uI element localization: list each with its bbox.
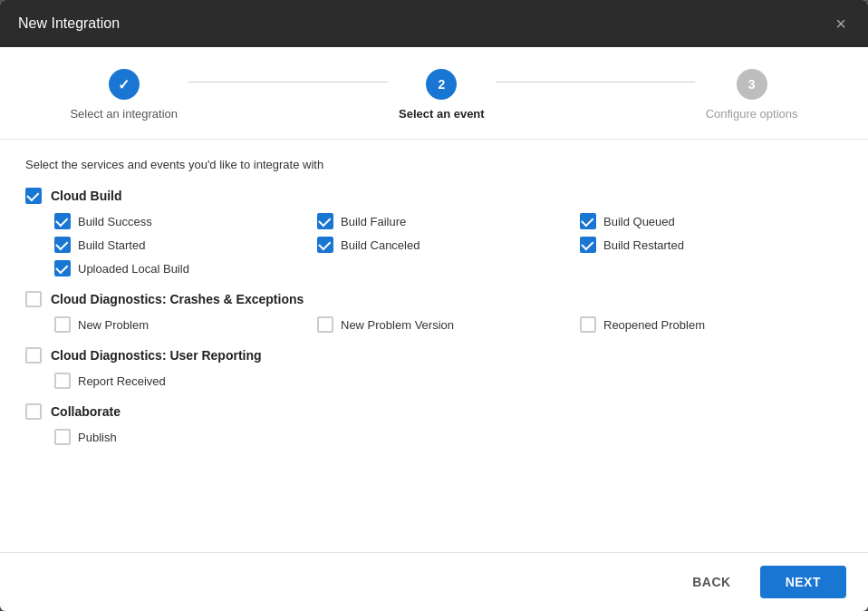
cloud-diagnostics-crashes-checkbox[interactable] xyxy=(25,291,42,307)
cloud-diagnostics-crashes-events: New Problem New Problem Version Reopened… xyxy=(54,316,843,333)
step-3-number: 3 xyxy=(748,77,756,92)
event-uploaded-local-build: Uploaded Local Build xyxy=(54,260,317,276)
event-build-started: Build Started xyxy=(54,237,317,253)
service-cloud-diagnostics-crashes: Cloud Diagnostics: Crashes & Exceptions … xyxy=(25,291,843,333)
cloud-build-events: Build Success Build Failure Build Queued… xyxy=(54,213,843,276)
cloud-build-header: Cloud Build xyxy=(25,188,843,204)
report-received-label: Report Received xyxy=(78,374,166,388)
new-problem-label: New Problem xyxy=(78,318,149,332)
step-1: ✓ Select an integration xyxy=(70,69,178,121)
modal-header: New Integration × xyxy=(0,0,868,47)
build-restarted-label: Build Restarted xyxy=(603,238,684,252)
build-canceled-label: Build Canceled xyxy=(341,238,420,252)
cloud-diagnostics-crashes-label: Cloud Diagnostics: Crashes & Exceptions xyxy=(51,292,304,306)
publish-label: Publish xyxy=(78,431,117,444)
uploaded-local-build-label: Uploaded Local Build xyxy=(78,262,189,276)
service-cloud-build: Cloud Build Build Success Build Failure … xyxy=(25,188,843,276)
modal-body: Select the services and events you'd lik… xyxy=(0,140,868,552)
collaborate-header: Collaborate xyxy=(25,403,843,420)
step-2-label: Select an event xyxy=(399,107,485,121)
checkmark-icon: ✓ xyxy=(118,76,130,93)
modal-title: New Integration xyxy=(18,15,120,32)
event-build-failure: Build Failure xyxy=(317,213,580,229)
section-description: Select the services and events you'd lik… xyxy=(25,158,843,171)
step-3-circle: 3 xyxy=(737,69,767,100)
build-failure-checkbox[interactable] xyxy=(317,213,333,229)
step-3: 3 Configure options xyxy=(706,69,798,121)
service-cloud-diagnostics-user: Cloud Diagnostics: User Reporting Report… xyxy=(25,347,843,389)
build-restarted-checkbox[interactable] xyxy=(580,237,596,253)
collaborate-checkbox[interactable] xyxy=(25,403,42,420)
build-started-checkbox[interactable] xyxy=(54,237,71,253)
cloud-diagnostics-user-label: Cloud Diagnostics: User Reporting xyxy=(51,348,262,363)
close-button[interactable]: × xyxy=(832,11,850,36)
cloud-diagnostics-user-events: Report Received xyxy=(54,373,843,389)
build-queued-label: Build Queued xyxy=(603,215,675,228)
step-1-circle: ✓ xyxy=(109,69,140,100)
build-success-checkbox[interactable] xyxy=(54,213,71,229)
event-reopened-problem: Reopened Problem xyxy=(580,316,843,333)
step-2-number: 2 xyxy=(438,77,445,92)
cloud-build-checkbox[interactable] xyxy=(25,188,42,204)
next-button[interactable]: NEXT xyxy=(760,566,846,598)
new-problem-version-checkbox[interactable] xyxy=(317,316,333,333)
service-collaborate: Collaborate Publish xyxy=(25,403,843,445)
step-3-label: Configure options xyxy=(706,107,798,121)
back-button[interactable]: BACK xyxy=(674,566,748,598)
step-line-2 xyxy=(496,82,695,82)
uploaded-local-build-checkbox[interactable] xyxy=(54,260,71,276)
step-2-circle: 2 xyxy=(426,69,457,100)
build-canceled-checkbox[interactable] xyxy=(317,237,333,253)
step-2: 2 Select an event xyxy=(399,69,485,121)
event-build-canceled: Build Canceled xyxy=(317,237,580,253)
publish-checkbox[interactable] xyxy=(54,429,71,445)
event-publish: Publish xyxy=(54,429,317,445)
collaborate-events: Publish xyxy=(54,429,843,445)
event-build-queued: Build Queued xyxy=(580,213,843,229)
cloud-diagnostics-crashes-header: Cloud Diagnostics: Crashes & Exceptions xyxy=(25,291,843,307)
cloud-diagnostics-user-header: Cloud Diagnostics: User Reporting xyxy=(25,347,843,364)
reopened-problem-checkbox[interactable] xyxy=(580,316,596,333)
event-report-received: Report Received xyxy=(54,373,317,389)
cloud-build-label: Cloud Build xyxy=(51,189,122,203)
event-build-success: Build Success xyxy=(54,213,317,229)
build-success-label: Build Success xyxy=(78,215,152,228)
new-problem-checkbox[interactable] xyxy=(54,316,71,333)
new-problem-version-label: New Problem Version xyxy=(341,318,454,332)
report-received-checkbox[interactable] xyxy=(54,373,71,389)
new-integration-modal: New Integration × ✓ Select an integratio… xyxy=(0,0,868,611)
collaborate-label: Collaborate xyxy=(51,404,121,419)
stepper: ✓ Select an integration 2 Select an even… xyxy=(0,47,868,140)
build-queued-checkbox[interactable] xyxy=(580,213,596,229)
event-new-problem: New Problem xyxy=(54,316,317,333)
reopened-problem-label: Reopened Problem xyxy=(603,318,705,332)
cloud-diagnostics-user-checkbox[interactable] xyxy=(25,347,42,364)
build-started-label: Build Started xyxy=(78,238,145,252)
step-1-label: Select an integration xyxy=(70,107,178,121)
event-new-problem-version: New Problem Version xyxy=(317,316,580,333)
step-line-1 xyxy=(188,82,388,82)
build-failure-label: Build Failure xyxy=(341,215,406,228)
event-build-restarted: Build Restarted xyxy=(580,237,843,253)
modal-footer: BACK NEXT xyxy=(0,552,868,611)
